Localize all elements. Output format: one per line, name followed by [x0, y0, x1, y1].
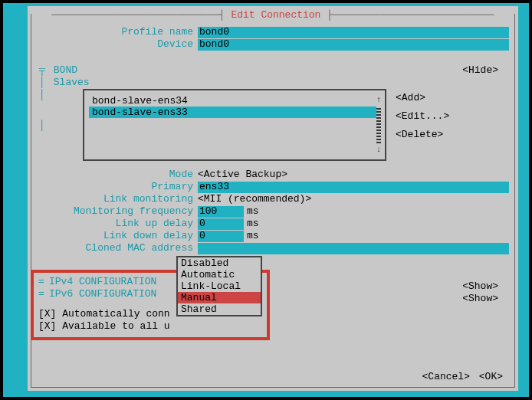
config-mode-popup[interactable]: Disabled Automatic Link-Local Manual Sha… [176, 256, 262, 316]
primary-label: Primary [37, 181, 198, 193]
profile-name-input[interactable]: bond0 [198, 27, 509, 38]
ms-unit: ms [247, 218, 259, 230]
dialog-title-row: ────────────────────────────┤ Edit Conne… [29, 9, 517, 21]
monitoring-frequency-input[interactable]: 100 [198, 206, 244, 218]
bond-section-label: BOND [54, 64, 77, 76]
bond-hide-button[interactable]: <Hide> [462, 64, 498, 77]
scroll-down-icon: ↓ [376, 145, 382, 155]
link-up-delay-label: Link up delay [37, 218, 198, 230]
add-button[interactable]: <Add> [396, 92, 503, 110]
link-monitoring-select[interactable]: <MII (recommended)> [198, 193, 311, 205]
dialog-title: Edit Connection [231, 9, 320, 21]
menu-item-link-local[interactable]: Link-Local [178, 280, 261, 292]
menu-item-disabled[interactable]: Disabled [178, 257, 261, 269]
ms-unit: ms [247, 205, 259, 218]
delete-button[interactable]: <Delete> [396, 129, 503, 147]
monitoring-frequency-label: Monitoring frequency [37, 205, 198, 218]
link-monitoring-label: Link monitoring [37, 193, 198, 205]
slaves-list[interactable]: bond-slave-ens34 bond-slave-ens33 ↑ ↓ [83, 89, 386, 161]
ipv6-show-button[interactable]: <Show> [462, 293, 498, 305]
list-item[interactable]: bond-slave-ens34 [89, 95, 380, 107]
link-down-delay-label: Link down delay [37, 230, 198, 242]
ms-unit: ms [247, 230, 259, 242]
primary-input[interactable]: ens33 [198, 182, 509, 193]
ok-button[interactable]: <OK> [479, 371, 503, 382]
mode-label: Mode [37, 169, 198, 181]
scroll-up-icon: ↑ [376, 95, 382, 105]
menu-item-automatic[interactable]: Automatic [178, 269, 261, 280]
device-input[interactable]: bond0 [198, 39, 509, 51]
profile-name-label: Profile name [37, 26, 198, 38]
ipv4-show-button[interactable]: <Show> [462, 280, 498, 293]
cancel-button[interactable]: <Cancel> [422, 371, 470, 382]
scrollbar[interactable]: ↑ ↓ [376, 95, 382, 155]
list-item[interactable]: bond-slave-ens33 [89, 107, 380, 118]
all-users-checkbox[interactable]: [X] Available to all u [38, 320, 267, 333]
cloned-mac-input[interactable] [198, 243, 509, 254]
mode-select[interactable]: <Active Backup> [198, 169, 287, 181]
menu-item-shared[interactable]: Shared [178, 303, 261, 315]
link-up-delay-input[interactable]: 0 [198, 218, 244, 230]
slaves-label: Slaves [54, 77, 90, 88]
ipv6-config-label: IPv6 CONFIGURATION [49, 288, 156, 300]
bond-toggle[interactable]: ╤ [37, 64, 48, 77]
device-label: Device [37, 38, 198, 51]
menu-item-manual[interactable]: Manual [178, 292, 261, 303]
cloned-mac-label: Cloned MAC address [37, 242, 198, 254]
link-down-delay-input[interactable]: 0 [198, 231, 244, 242]
edit-button[interactable]: <Edit...> [396, 110, 503, 129]
ipv4-config-label: IPv4 CONFIGURATION [49, 276, 156, 288]
